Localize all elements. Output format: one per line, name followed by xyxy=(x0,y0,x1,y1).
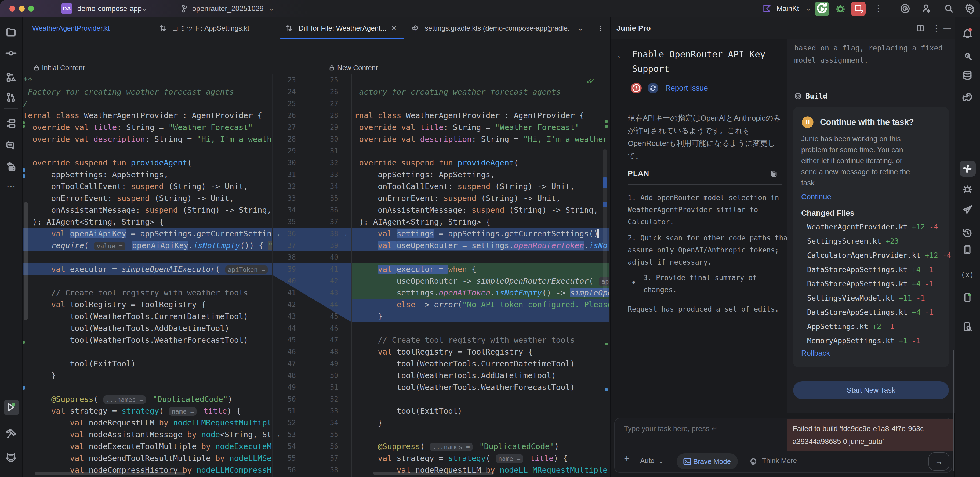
code-line[interactable]: @Suppress( ...names = "DuplicatedCode") xyxy=(22,393,272,405)
device-mirroring-icon[interactable] xyxy=(962,245,972,255)
branch-selector[interactable]: openrauter_20251029 xyxy=(192,0,264,17)
code-line[interactable]: val nodeRequestLLM by nodeLLMRequestMult… xyxy=(22,417,272,429)
code-line[interactable]: ): AIAgent<String, String> { xyxy=(22,216,272,228)
todo-structure-icon[interactable] xyxy=(5,118,17,129)
continue-link[interactable]: Continue xyxy=(801,193,831,201)
ai-assistant-icon[interactable] xyxy=(900,4,910,13)
minimize-window-button[interactable] xyxy=(19,6,25,11)
more-tool-windows-icon[interactable]: ⋯ xyxy=(6,181,16,192)
line-number-left[interactable]: 32 xyxy=(273,180,298,192)
line-number-left[interactable]: 28 xyxy=(273,133,298,145)
start-new-task-button[interactable]: Start New Task xyxy=(793,381,949,399)
right-pane-horizontal-scrollbar[interactable] xyxy=(373,472,494,475)
line-number-right[interactable]: 41 xyxy=(319,263,338,275)
line-number-right[interactable]: 47 xyxy=(319,334,338,346)
code-line[interactable]: val openAiApiKey = appSettings.getCurren… xyxy=(22,228,272,239)
junie-icon[interactable] xyxy=(962,163,973,174)
line-number-right[interactable]: 40 xyxy=(319,251,338,263)
line-number-right[interactable]: 46 xyxy=(319,322,338,334)
build-section-label[interactable]: Build xyxy=(805,92,827,100)
code-line[interactable] xyxy=(352,74,609,86)
stop-button[interactable]: 2 xyxy=(851,2,865,16)
code-line[interactable] xyxy=(352,145,609,157)
error-stripe-mark[interactable] xyxy=(605,120,608,123)
line-number-right[interactable]: 45 xyxy=(319,311,338,322)
tab-options-icon[interactable]: ⋮ xyxy=(597,17,605,39)
project-selector[interactable]: demo-compose-app xyxy=(77,0,142,17)
tab-diff-for-file-active[interactable]: Diff for File: WeatherAgent... ✕ xyxy=(280,17,404,39)
debug-button[interactable] xyxy=(835,3,846,14)
code-line[interactable]: val toolRegistry = ToolRegistry { xyxy=(22,299,272,311)
changed-file-row[interactable]: AppSettings.kt +2 -1 xyxy=(807,321,894,332)
line-number-right[interactable]: 30 xyxy=(319,133,338,145)
code-line[interactable]: onToolCallEvent: suspend (String) -> Uni… xyxy=(352,180,609,192)
code-line[interactable] xyxy=(352,429,609,440)
tab-commit-appsettings[interactable]: コミット: AppSettings.kt xyxy=(157,17,275,39)
local-history-icon[interactable] xyxy=(962,228,973,238)
diff-pane-new[interactable]: actory for creating weather forecast age… xyxy=(351,74,609,477)
line-number-right[interactable]: 58 xyxy=(319,464,338,476)
line-number-left[interactable]: 48 xyxy=(273,370,298,381)
run-configuration-selector[interactable]: MainKt xyxy=(776,0,799,17)
code-line[interactable]: override val description: String = "Hi, … xyxy=(22,133,272,145)
code-line[interactable]: else -> error("No API token configured. … xyxy=(352,299,609,311)
code-line[interactable]: override val description: String = "Hi, … xyxy=(352,133,609,145)
line-number-left[interactable]: 23 xyxy=(273,74,298,86)
project-avatar[interactable]: DA xyxy=(61,3,73,14)
line-number-right[interactable]: 39 xyxy=(319,239,338,251)
line-number-right[interactable]: 48 xyxy=(319,346,338,358)
ai-assistant-toolwindow-icon[interactable] xyxy=(962,50,973,62)
code-line[interactable]: Factory for creating weather forecast ag… xyxy=(22,86,272,98)
code-line[interactable] xyxy=(352,322,609,334)
line-number-right[interactable]: 29 xyxy=(319,121,338,133)
error-stripe-mark[interactable] xyxy=(605,343,608,345)
line-number-right[interactable]: 57 xyxy=(319,452,338,464)
line-number-left[interactable]: 33 xyxy=(273,192,298,204)
line-number-left[interactable]: 51 xyxy=(273,405,298,417)
line-number-left[interactable]: 52 xyxy=(273,417,298,429)
code-line[interactable]: @Suppress( ...names = "DuplicatedCode") xyxy=(352,440,609,452)
line-number-left[interactable]: 56 xyxy=(273,464,298,476)
code-line[interactable]: onErrorEvent: suspend (String) -> Unit, xyxy=(22,192,272,204)
code-line[interactable]: appSettings: AppSettings, xyxy=(352,169,609,180)
line-number-left[interactable]: 54 xyxy=(273,440,298,452)
code-line[interactable]: // Create tool registry with weather too… xyxy=(22,287,272,299)
apply-change-arrow-icon[interactable]: → xyxy=(274,429,281,440)
changed-file-row[interactable]: DataStoreAppSettings.kt +4 -1 xyxy=(807,306,934,318)
code-line[interactable] xyxy=(352,393,609,405)
line-number-left[interactable]: 27 xyxy=(273,121,298,133)
rerun-button[interactable] xyxy=(815,2,829,16)
line-number-left[interactable]: 31 xyxy=(273,169,298,180)
junie-scrollbar[interactable] xyxy=(953,350,954,471)
line-number-right[interactable]: 26 xyxy=(319,86,338,98)
line-number-left[interactable]: 49 xyxy=(273,381,298,393)
changed-file-row[interactable]: SettingsScreen.kt +23 xyxy=(807,235,899,247)
rollback-link[interactable]: Rollback xyxy=(801,349,830,357)
line-number-right[interactable]: 44 xyxy=(319,299,338,311)
structure-shapes-icon[interactable] xyxy=(5,72,17,83)
code-line[interactable]: override val title: String = "Weather Fo… xyxy=(22,121,272,133)
task-input-placeholder[interactable]: Type your task here, press ↵ xyxy=(624,424,718,433)
line-number-left[interactable]: 43 xyxy=(273,311,298,322)
changed-file-row[interactable]: WeatherAgentProvider.kt +12 -4 xyxy=(807,221,938,233)
split-panel-icon[interactable] xyxy=(916,24,924,32)
line-number-left[interactable]: 39 xyxy=(273,263,298,275)
code-line[interactable]: val nodeExecuteToolMultiple by nodeExecu… xyxy=(22,440,272,452)
line-number-right[interactable]: 43 xyxy=(319,287,338,299)
code-line[interactable]: tool(WeatherTools.WeatherForecastTool) xyxy=(352,381,609,393)
gradle-widget-label[interactable]: gradle. xyxy=(548,17,570,39)
line-number-right[interactable]: 54 xyxy=(319,417,338,429)
line-number-left[interactable]: 38 xyxy=(273,251,298,263)
run-more-icon[interactable]: ⋮ xyxy=(874,0,883,17)
line-number-left[interactable]: 34 xyxy=(273,204,298,216)
line-number-right[interactable]: 55 xyxy=(319,429,338,440)
code-line[interactable]: val executor = when { xyxy=(352,263,609,275)
code-line[interactable] xyxy=(22,346,272,358)
close-window-button[interactable] xyxy=(10,6,15,11)
code-line[interactable]: settings.openAiToken.isNotEmpty() -> sim… xyxy=(352,287,609,299)
junie-minimize-icon[interactable]: — xyxy=(943,17,951,39)
line-number-left[interactable]: 42 xyxy=(273,299,298,311)
changed-file-row[interactable]: DataStoreAppSettings.kt +4 -1 xyxy=(807,264,934,276)
line-number-right[interactable]: 35 xyxy=(319,192,338,204)
app-insights-icon[interactable]: (x) xyxy=(961,270,974,279)
